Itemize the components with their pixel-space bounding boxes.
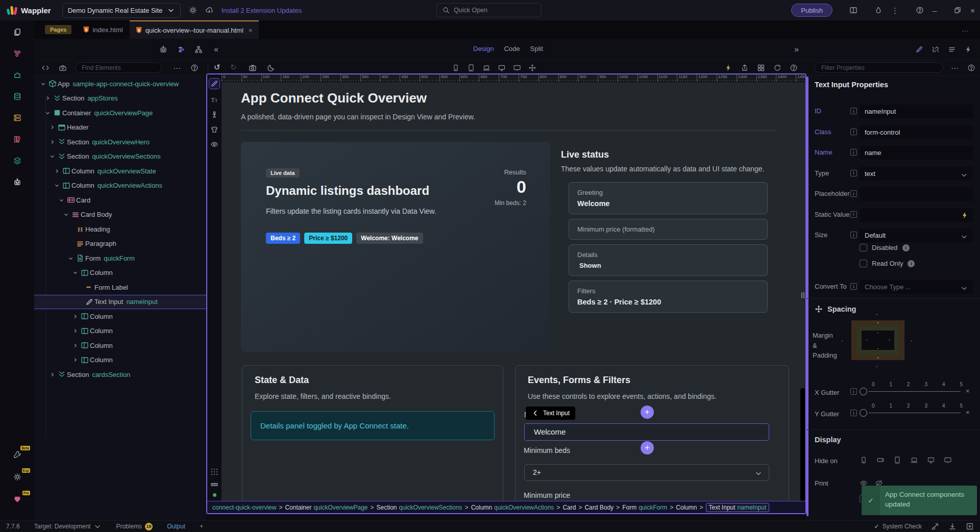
- breadcrumb-item-quickform[interactable]: FormquickForm: [622, 504, 667, 511]
- prop-placeholder-field[interactable]: [860, 187, 973, 201]
- phone-landscape-icon[interactable]: [876, 456, 885, 464]
- phone-icon[interactable]: [452, 64, 460, 72]
- window-restore-button[interactable]: [953, 6, 962, 14]
- expand-panel-icon[interactable]: »: [794, 45, 799, 54]
- properties-more-icon[interactable]: ⋯: [951, 64, 959, 72]
- dark-mode-moon-icon[interactable]: [267, 64, 275, 72]
- canvas-help-icon[interactable]: [790, 64, 798, 72]
- properties-help-icon[interactable]: [967, 64, 975, 72]
- find-more-icon[interactable]: ⋯: [173, 64, 181, 72]
- monitor-icon[interactable]: [498, 64, 506, 72]
- tree-item-paragraph[interactable]: Paragraph: [34, 237, 206, 251]
- tree-item-nameinput[interactable]: Text InputnameInput: [34, 295, 206, 310]
- tree-item-card[interactable]: Card: [34, 193, 206, 208]
- toast-notification[interactable]: ✓ App Connect components updated: [862, 486, 977, 515]
- tree-item-column[interactable]: Column: [34, 338, 206, 353]
- chip-blue[interactable]: Beds ≥ 2: [266, 233, 300, 244]
- selected-element-tag[interactable]: Text Input: [526, 407, 575, 420]
- info-icon[interactable]: i: [850, 283, 857, 290]
- add-panel-button[interactable]: +: [200, 523, 203, 530]
- prop-size-field[interactable]: Default: [860, 229, 973, 242]
- install-updates-link[interactable]: Install 2 Extension Updates: [222, 7, 302, 14]
- margin-top-value[interactable]: -: [876, 311, 877, 317]
- find-elements-input[interactable]: [75, 62, 162, 73]
- undo-icon[interactable]: ↺: [214, 63, 220, 71]
- dom-tree-icon[interactable]: [194, 45, 203, 54]
- tree-item-form-label[interactable]: Form Label: [34, 280, 206, 295]
- prop-class-field[interactable]: form-control: [860, 125, 973, 139]
- sidebar-item-books[interactable]: [11, 133, 24, 146]
- chevron-down-icon[interactable]: [71, 270, 79, 275]
- canvas-scrollbar-thumb[interactable]: [800, 388, 805, 501]
- sidebar-item-database[interactable]: [11, 90, 24, 103]
- tab-split[interactable]: Split: [530, 45, 543, 53]
- chip-dark[interactable]: Welcome: Welcome: [356, 233, 423, 244]
- grid-view-icon[interactable]: [757, 64, 765, 72]
- textstyle-icon[interactable]: TT: [210, 96, 218, 104]
- tree-item-cardssection[interactable]: SectioncardsSection: [34, 367, 206, 382]
- person-icon[interactable]: [210, 111, 218, 119]
- cleanup-brush-icon[interactable]: [931, 522, 939, 530]
- tree-item-quickform[interactable]: FormquickForm: [34, 251, 206, 266]
- add-binding-button[interactable]: +: [641, 406, 654, 419]
- edit-properties-icon[interactable]: [915, 45, 923, 54]
- chevron-right-icon[interactable]: [71, 314, 79, 319]
- sidebar-item-robot[interactable]: [11, 175, 24, 189]
- chevron-down-icon[interactable]: [39, 81, 47, 87]
- problems-button[interactable]: Problems 19: [116, 523, 153, 530]
- layout-panels-icon[interactable]: [849, 6, 857, 14]
- info-icon[interactable]: i: [850, 211, 857, 218]
- chevron-down-icon[interactable]: [53, 183, 61, 188]
- settings-gear-icon[interactable]: [189, 6, 197, 14]
- slider-knob[interactable]: [860, 409, 867, 417]
- eye-icon[interactable]: [210, 140, 218, 148]
- tab-design[interactable]: Design: [473, 45, 494, 53]
- system-check-button[interactable]: ✓ System Check: [874, 523, 922, 530]
- chevron-down-icon[interactable]: [44, 110, 52, 116]
- spacing-section-header[interactable]: Spacing: [815, 305, 856, 313]
- download-icon[interactable]: [948, 522, 957, 530]
- tree-item-heading[interactable]: HHeading: [34, 222, 206, 237]
- find-help-icon[interactable]: [190, 64, 199, 72]
- redo-icon[interactable]: ↻: [230, 63, 237, 71]
- theme-droplet-icon[interactable]: [874, 6, 883, 14]
- sidebar-item-molecule[interactable]: [11, 47, 24, 60]
- tab-quick-overview--tour-manual.html[interactable]: 5quick-overview--tour-manual.html×: [130, 20, 259, 39]
- live-status-box[interactable]: GreetingWelcome: [569, 182, 768, 214]
- chip-cyan[interactable]: Price ≥ $1200: [304, 233, 352, 244]
- breadcrumb-item-quickoverviewsections[interactable]: SectionquickOverviewSections: [377, 504, 462, 511]
- tabbar-overflow-icon[interactable]: ⋯: [962, 27, 969, 35]
- info-icon[interactable]: i: [850, 388, 857, 395]
- screenshot-camera-icon[interactable]: [249, 64, 257, 72]
- breadcrumb-item-quickoverviewactions[interactable]: ColumnquickOverviewActions: [471, 504, 554, 511]
- window-minimize-button[interactable]: –: [933, 7, 937, 14]
- shirt-icon[interactable]: [210, 125, 218, 134]
- breadcrumb-item-column[interactable]: Column: [676, 504, 697, 511]
- clear-icon[interactable]: ×: [966, 409, 970, 416]
- hero-card[interactable]: Live data Dynamic listings dashboard Fil…: [241, 142, 550, 352]
- info-icon[interactable]: i: [850, 232, 857, 238]
- dynamic-events-icon[interactable]: [964, 45, 972, 54]
- help-icon[interactable]: [916, 6, 924, 14]
- properties-list-icon[interactable]: [948, 45, 956, 54]
- panel-resize-handle[interactable]: [801, 292, 804, 298]
- prop-checkbox-disabled[interactable]: Disabledi: [860, 244, 910, 251]
- breadcrumb-leading[interactable]: connect-quick-overview: [212, 504, 276, 511]
- tree-item-column[interactable]: Column: [34, 266, 206, 281]
- project-switcher[interactable]: Demo Dynamic Real Estate Site: [62, 3, 181, 18]
- chevron-right-icon[interactable]: [71, 357, 79, 363]
- prop-name-field[interactable]: name: [860, 146, 973, 160]
- chevron-right-icon[interactable]: [48, 372, 56, 377]
- sidebar-item-wrench[interactable]: Beta: [11, 448, 24, 461]
- chevron-right-icon[interactable]: [71, 343, 79, 348]
- ai-assistant-icon[interactable]: [159, 45, 167, 54]
- chevron-right-icon[interactable]: [48, 139, 56, 145]
- min-beds-select[interactable]: 2+: [524, 464, 769, 481]
- name-text-input[interactable]: Welcome: [524, 423, 769, 441]
- chevron-down-icon[interactable]: [58, 197, 65, 203]
- page-title[interactable]: App Connect Quick Overview: [241, 90, 427, 106]
- tree-item-quickoverviewpage[interactable]: ContainerquickOverviewPage: [34, 106, 206, 120]
- info-icon[interactable]: i: [850, 190, 857, 197]
- components-icon[interactable]: [59, 64, 67, 72]
- app-connect-bolt-icon[interactable]: [724, 64, 732, 72]
